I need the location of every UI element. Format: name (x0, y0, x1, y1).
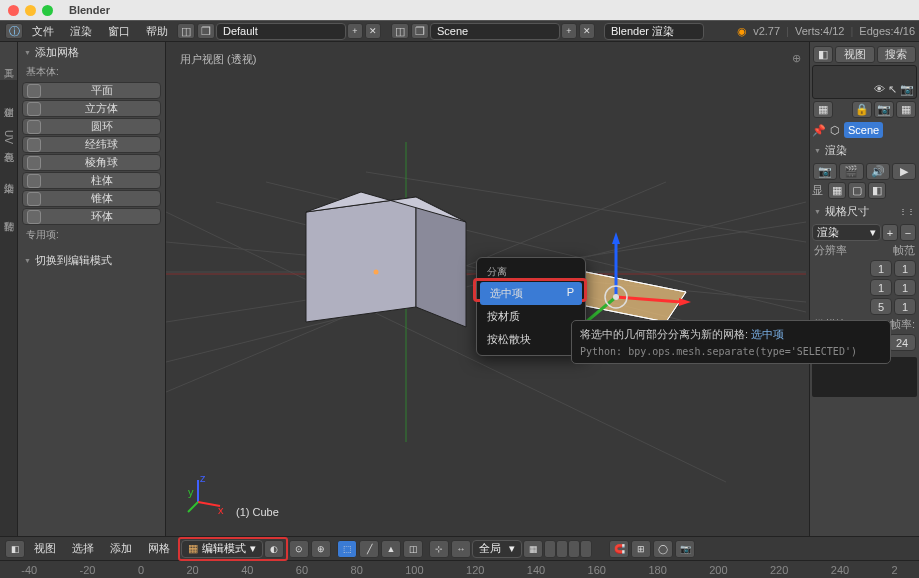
face-select-icon[interactable]: ▲ (381, 540, 401, 558)
num-pct[interactable]: 5 (870, 298, 892, 315)
tool-circle[interactable]: 圆环 (22, 118, 161, 135)
outliner-area[interactable]: 👁 ↖ 📷 (812, 65, 917, 99)
scene-browse-icon[interactable]: ◫ (391, 23, 409, 39)
version-label: v2.77 (753, 25, 780, 37)
editor-type-icon[interactable]: ⓘ (5, 23, 23, 39)
tool-torus[interactable]: 环体 (22, 208, 161, 225)
ctx-item-material[interactable]: 按材质 (477, 305, 585, 328)
render-play-button[interactable]: ▶ (892, 163, 916, 180)
back-to-previous-icon[interactable]: ◫ (177, 23, 195, 39)
display-btn-2[interactable]: ▢ (848, 182, 866, 199)
display-btn-3[interactable]: ◧ (868, 182, 886, 199)
scene-icon[interactable]: ❐ (411, 23, 429, 39)
render-audio-button[interactable]: 🔊 (866, 163, 890, 180)
num-start[interactable]: 1 (894, 260, 916, 277)
tool-cylinder[interactable]: 柱体 (22, 172, 161, 189)
layer-1[interactable] (544, 540, 556, 558)
add-scene-button[interactable]: + (561, 23, 577, 39)
editor-type-3dview-icon[interactable]: ◧ (5, 540, 25, 558)
num-end[interactable]: 1 (894, 279, 916, 296)
preset-dropdown[interactable]: 渲染▾ (812, 224, 881, 241)
mode-dropdown[interactable]: ▦ 编辑模式▾ (181, 540, 263, 558)
shading-mode-icon[interactable]: ◐ (264, 540, 284, 558)
snap-icon[interactable]: 🧲 (609, 540, 629, 558)
select-icon[interactable]: ↖ (888, 83, 897, 96)
layers-icon[interactable]: ▦ (523, 540, 543, 558)
vp-menu-view[interactable]: 视图 (34, 541, 56, 556)
tool-cone[interactable]: 锥体 (22, 190, 161, 207)
pivot-ind-icon[interactable]: ⊕ (311, 540, 331, 558)
tab-shading[interactable]: 烟染 (0, 156, 17, 194)
prop-editor-icon[interactable]: ▦ (813, 101, 833, 118)
render-vis-icon[interactable]: 📷 (900, 83, 914, 96)
layout-dropdown[interactable]: Default (216, 23, 346, 40)
tab-tools[interactable]: 工具 (0, 42, 17, 80)
limit-select-icon[interactable]: ◫ (403, 540, 423, 558)
add-layout-button[interactable]: + (347, 23, 363, 39)
prop-render-icon[interactable]: 📷 (874, 101, 894, 118)
close-window-button[interactable] (8, 5, 19, 16)
tab-create[interactable]: 创建 (0, 80, 17, 118)
switch-mode-header[interactable]: 切换到编辑模式 (18, 250, 165, 271)
fps-field[interactable]: 24 (888, 334, 916, 351)
preset-remove[interactable]: − (900, 224, 916, 241)
search-menu[interactable]: 搜索 (877, 46, 917, 63)
num-step[interactable]: 1 (894, 298, 916, 315)
tab-uv[interactable]: UV包裹 (0, 118, 17, 156)
3d-viewport[interactable]: 用户视图 (透视) ⊕ (166, 42, 809, 536)
tool-icosphere[interactable]: 棱角球 (22, 154, 161, 171)
outliner-type-icon[interactable]: ◧ (813, 46, 833, 63)
vp-menu-mesh[interactable]: 网格 (148, 541, 170, 556)
menu-render[interactable]: 渲染 (70, 24, 92, 39)
timeline-ruler[interactable]: -40-200 204060 80100120 140160180 200220… (0, 560, 919, 578)
layer-2[interactable] (556, 540, 568, 558)
info-header: ⓘ 文件 渲染 窗口 帮助 ◫ ❐ Default + ✕ ◫ ❐ Scene … (0, 20, 919, 42)
ctx-item-loose[interactable]: 按松散块 (477, 328, 585, 351)
tab-options[interactable]: 翻转 (0, 194, 17, 232)
display-btn-1[interactable]: ▦ (828, 182, 846, 199)
special-label: 专用项: (18, 226, 165, 244)
vp-menu-add[interactable]: 添加 (110, 541, 132, 556)
layer-4[interactable] (580, 540, 592, 558)
manipulator-toggle-icon[interactable]: ⊹ (429, 540, 449, 558)
layer-3[interactable] (568, 540, 580, 558)
pivot-icon[interactable]: ⊙ (289, 540, 309, 558)
num-x[interactable]: 1 (870, 260, 892, 277)
menu-window[interactable]: 窗口 (108, 24, 130, 39)
prop-edit-icon[interactable]: ◯ (653, 540, 673, 558)
minimize-window-button[interactable] (25, 5, 36, 16)
tool-plane[interactable]: 平面 (22, 82, 161, 99)
num-y[interactable]: 1 (870, 279, 892, 296)
snap-target-icon[interactable]: ⊞ (631, 540, 651, 558)
render-image-button[interactable]: 📷 (813, 163, 837, 180)
preset-add[interactable]: + (882, 224, 898, 241)
vertex-select-icon[interactable]: ⬚ (337, 540, 357, 558)
translate-gizmo-icon[interactable]: ↔ (451, 540, 471, 558)
screen-browse-icon[interactable]: ❐ (197, 23, 215, 39)
tool-uvsphere[interactable]: 经纬球 (22, 136, 161, 153)
render-panel-header[interactable]: 渲染 (812, 140, 917, 161)
dimensions-header[interactable]: 规格尺寸⋮⋮ (812, 201, 917, 222)
render-anim-button[interactable]: 🎬 (839, 163, 863, 180)
menu-file[interactable]: 文件 (32, 24, 54, 39)
render-engine-dropdown[interactable]: Blender 渲染 (604, 23, 704, 40)
maximize-window-button[interactable] (42, 5, 53, 16)
orientation-dropdown[interactable]: 全局▾ (472, 540, 522, 558)
add-mesh-header[interactable]: 添加网格 (18, 42, 165, 63)
view-menu[interactable]: 视图 (835, 46, 875, 63)
prop-pin-icon[interactable]: 🔒 (852, 101, 872, 118)
prop-scene-icon[interactable]: ▦ (896, 101, 916, 118)
tool-cube[interactable]: 立方体 (22, 100, 161, 117)
remove-layout-button[interactable]: ✕ (365, 23, 381, 39)
pin-icon[interactable]: 📌 (812, 124, 826, 137)
remove-scene-button[interactable]: ✕ (579, 23, 595, 39)
ctx-item-selected[interactable]: 选中项P (480, 282, 582, 305)
visibility-icon[interactable]: 👁 (874, 83, 885, 96)
edge-select-icon[interactable]: ╱ (359, 540, 379, 558)
render-preview-icon[interactable]: 📷 (675, 540, 695, 558)
display-label: 显 (812, 183, 823, 198)
menu-help[interactable]: 帮助 (146, 24, 168, 39)
scene-dropdown[interactable]: Scene (430, 23, 560, 40)
vp-menu-select[interactable]: 选择 (72, 541, 94, 556)
scene-active[interactable]: Scene (844, 122, 883, 138)
